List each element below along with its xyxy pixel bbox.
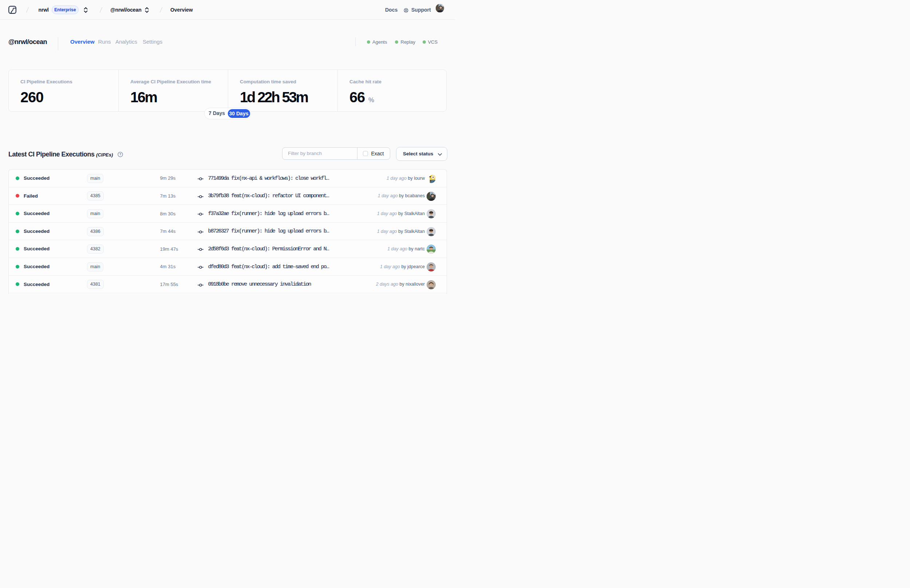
svg-text:?: ? xyxy=(119,153,121,156)
